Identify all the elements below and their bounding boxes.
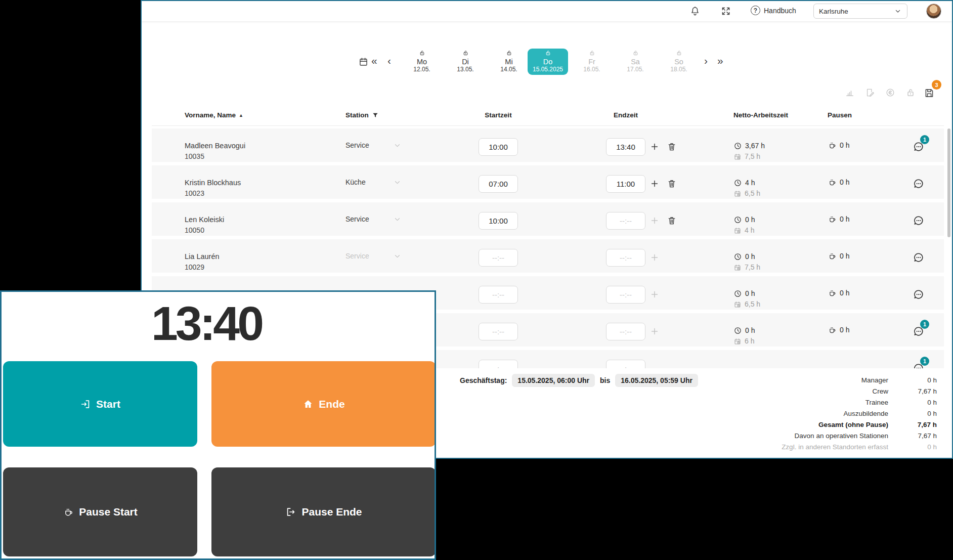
end-time-input[interactable] bbox=[606, 360, 645, 368]
fullscreen-icon[interactable] bbox=[720, 6, 731, 17]
end-time-input[interactable] bbox=[606, 323, 645, 340]
station-select[interactable]: Service bbox=[345, 239, 411, 273]
end-time-input[interactable] bbox=[606, 249, 645, 267]
totals-row: Davon an operativen Stationen7,67 h bbox=[633, 430, 937, 441]
end-time-input[interactable] bbox=[606, 138, 645, 156]
start-button[interactable]: Start bbox=[3, 361, 197, 447]
chevron-down-icon bbox=[393, 141, 402, 150]
chart-icon[interactable] bbox=[845, 88, 855, 98]
save-icon[interactable] bbox=[924, 88, 935, 99]
netto-cell: 0 h 4 h bbox=[733, 214, 755, 236]
station-select[interactable]: Service bbox=[345, 202, 411, 236]
end-time-input[interactable] bbox=[606, 175, 645, 193]
add-shift-icon[interactable] bbox=[649, 289, 660, 299]
start-time-input[interactable] bbox=[479, 323, 518, 340]
lock-open-icon bbox=[545, 50, 551, 56]
start-time-input[interactable] bbox=[479, 212, 518, 230]
export-report-icon[interactable] bbox=[865, 88, 875, 98]
day-tab-di[interactable]: Di 13.05. bbox=[445, 49, 486, 75]
netto-cell: 4 h 6,5 h bbox=[733, 178, 760, 199]
comment-count-badge: 1 bbox=[920, 357, 929, 366]
day-tab-sa[interactable]: Sa 17.05. bbox=[615, 49, 656, 75]
coffee-icon bbox=[828, 214, 837, 224]
calendar-icon[interactable] bbox=[358, 57, 369, 67]
delete-shift-icon[interactable] bbox=[667, 142, 677, 152]
lock-open-icon bbox=[462, 50, 469, 56]
location-select[interactable]: Karlsruhe bbox=[813, 4, 907, 19]
coffee-icon bbox=[828, 141, 837, 150]
scrollbar[interactable] bbox=[947, 128, 950, 237]
time-clock-window: 13:40 Start Ende Pause Start Pause Ende bbox=[0, 290, 436, 560]
save-badge: 3 bbox=[932, 80, 941, 90]
day-tab-mi[interactable]: Mi 14.05. bbox=[489, 49, 529, 75]
totals-row: Trainee0 h bbox=[633, 397, 937, 408]
nav-prev-day-button[interactable]: ‹ bbox=[387, 54, 391, 68]
add-shift-icon[interactable] bbox=[649, 252, 660, 263]
coffee-icon bbox=[828, 178, 837, 187]
header-vorname-name[interactable]: Vorname, Name ▲ bbox=[185, 111, 243, 119]
clock-icon bbox=[733, 252, 742, 261]
nav-last-week-button[interactable]: » bbox=[717, 54, 723, 68]
ende-button[interactable]: Ende bbox=[211, 361, 436, 447]
day-tab-mo[interactable]: Mo 12.05. bbox=[402, 49, 442, 75]
coffee-icon bbox=[63, 506, 74, 518]
start-time-input[interactable] bbox=[479, 249, 518, 267]
netto-cell: 0 h 7,5 h bbox=[733, 251, 760, 273]
comment-icon[interactable] bbox=[913, 288, 925, 300]
start-time-input[interactable] bbox=[479, 286, 518, 304]
table-header: Vorname, Name ▲ Station Startzeit Endzei… bbox=[142, 109, 952, 124]
planned-calendar-icon bbox=[733, 337, 742, 346]
add-shift-icon[interactable] bbox=[649, 142, 660, 152]
day-tab-fr[interactable]: Fr 16.05. bbox=[572, 49, 612, 75]
day-tab-do-selected[interactable]: Do 15.05.2025 bbox=[528, 49, 568, 75]
header-station[interactable]: Station bbox=[345, 111, 379, 119]
comment-icon[interactable] bbox=[913, 251, 925, 264]
employee-name-cell: Len Koleiski 10050 bbox=[185, 214, 224, 236]
pause-ende-button[interactable]: Pause Ende bbox=[211, 467, 436, 556]
start-time-input[interactable] bbox=[479, 138, 518, 156]
nav-first-week-button[interactable]: « bbox=[371, 54, 377, 68]
chevron-down-icon bbox=[894, 7, 902, 15]
planned-calendar-icon bbox=[733, 300, 742, 309]
add-shift-icon[interactable] bbox=[649, 179, 660, 189]
table-row: Kristin Blockhaus 10023 Küche 4 h 6,5 h … bbox=[152, 165, 944, 199]
euro-icon[interactable] bbox=[885, 88, 895, 98]
totals-row: Auszubildende0 h bbox=[633, 408, 937, 419]
pause-cell: 0 h bbox=[828, 313, 849, 347]
planned-calendar-icon bbox=[733, 190, 742, 198]
delete-shift-icon[interactable] bbox=[667, 216, 677, 226]
delete-shift-icon[interactable] bbox=[667, 179, 677, 189]
lock-open-icon bbox=[632, 50, 639, 56]
start-time-input[interactable] bbox=[479, 175, 518, 193]
avatar[interactable] bbox=[926, 4, 941, 19]
add-shift-icon[interactable] bbox=[649, 216, 660, 226]
chevron-down-icon bbox=[393, 178, 402, 187]
door-enter-icon bbox=[80, 399, 91, 410]
current-time-display: 13:40 bbox=[2, 296, 411, 351]
business-day-bis: bis bbox=[600, 376, 610, 384]
lock-open-icon bbox=[589, 50, 595, 56]
totals-row-gesamt: Gesamt (ohne Pause)7,67 h bbox=[633, 419, 937, 430]
header-endzeit: Endzeit bbox=[606, 111, 645, 119]
comment-count-badge: 1 bbox=[920, 135, 929, 144]
coffee-icon bbox=[828, 325, 837, 334]
station-select[interactable]: Service bbox=[345, 128, 411, 162]
comment-icon[interactable] bbox=[913, 214, 925, 227]
station-select[interactable]: Küche bbox=[345, 165, 411, 199]
nav-next-day-button[interactable]: › bbox=[704, 54, 708, 68]
handbuch-link[interactable]: ? Handbuch bbox=[751, 6, 796, 15]
end-time-input[interactable] bbox=[606, 286, 645, 304]
end-time-input[interactable] bbox=[606, 212, 645, 230]
day-tab-so[interactable]: So 18.05. bbox=[659, 49, 699, 75]
start-time-input[interactable] bbox=[479, 360, 518, 368]
business-day-label: Geschäftstag: bbox=[460, 376, 507, 384]
comment-icon[interactable] bbox=[913, 178, 925, 190]
pause-start-button[interactable]: Pause Start bbox=[3, 467, 197, 556]
add-shift-icon[interactable] bbox=[649, 326, 660, 336]
totals-row: Crew7,67 h bbox=[633, 385, 937, 397]
notifications-bell-icon[interactable] bbox=[689, 6, 701, 17]
pause-cell: 0 h bbox=[828, 276, 849, 310]
chevron-down-icon bbox=[393, 215, 402, 224]
lock-open-icon[interactable] bbox=[905, 88, 916, 98]
location-value: Karlsruhe bbox=[819, 8, 848, 15]
